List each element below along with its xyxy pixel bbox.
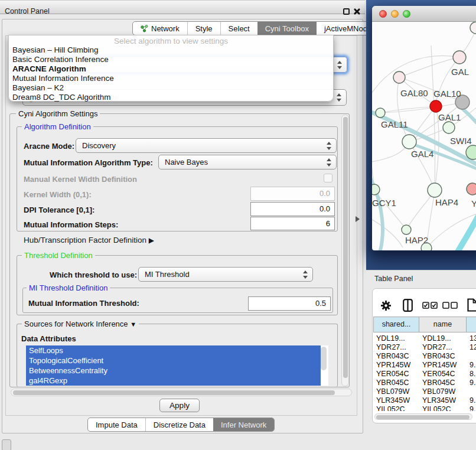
cyni-tab-discretize-data[interactable]: Discretize Data: [145, 418, 213, 431]
cyni-tab-infer-network[interactable]: Infer Network: [213, 418, 274, 431]
network-node-gal4[interactable]: [402, 135, 416, 149]
mi-steps-field[interactable]: 6: [250, 217, 335, 230]
column-header-name[interactable]: name: [419, 317, 467, 332]
table-row[interactable]: YBL079WYBL079W: [373, 387, 476, 396]
node-label-gal: GAL: [451, 67, 469, 77]
new-page-icon[interactable]: [467, 298, 476, 312]
network-node-gal80[interactable]: [393, 71, 405, 83]
split-columns-icon[interactable]: [403, 299, 413, 312]
close-icon[interactable]: [353, 8, 360, 15]
network-node-swi4[interactable]: [466, 145, 476, 159]
network-node-hap2[interactable]: [402, 225, 411, 234]
network-node-gal1[interactable]: [443, 122, 455, 133]
attribute-item-gal4rgexp[interactable]: gal4RGexp: [26, 376, 321, 386]
cyni-tab-impute-data[interactable]: Impute Data: [88, 418, 145, 431]
mi-threshold-group-title: MI Threshold Definition: [27, 283, 110, 292]
attribute-item-topologicalcoefficient[interactable]: TopologicalCoefficient: [26, 356, 321, 366]
network-edge: [372, 145, 407, 162]
table-cell: YBL079W: [419, 387, 467, 396]
mac-close-button[interactable]: [379, 10, 387, 18]
threshold-definition-title: Threshold Definition: [22, 251, 95, 260]
tab-label: Select: [229, 24, 250, 33]
dpi-tolerance-field[interactable]: 0.0: [250, 202, 335, 216]
settings-group-title: Cyni Algorithm Settings: [16, 109, 100, 118]
deselect-all-icon[interactable]: [442, 302, 458, 309]
dock-mini-icon[interactable]: [2, 439, 11, 450]
table-row[interactable]: YBR045CYBR045C9.: [373, 379, 476, 387]
table-row[interactable]: YIL052CYIL052C9.: [373, 405, 476, 411]
network-node-red-node[interactable]: [430, 100, 442, 112]
mi-threshold-label: Mutual Information Threshold:: [28, 299, 139, 308]
attribute-item-betweennesscentrality[interactable]: BetweennessCentrality: [26, 366, 321, 376]
algorithm-option-dream8-dc-tdc-algorithm[interactable]: Dream8 DC_TDC Algorithm: [9, 93, 333, 102]
algorithm-option-bayesian-hill-climbing[interactable]: Bayesian – Hill Climbing: [9, 45, 333, 55]
scrollbar-thumb[interactable]: [343, 117, 348, 378]
network-node[interactable]: [470, 22, 476, 34]
algorithm-option-basic-correlation-inference[interactable]: Basic Correlation Inference: [9, 55, 333, 64]
expand-right-triangle-icon[interactable]: ▶: [149, 236, 154, 244]
network-edge: [372, 217, 403, 247]
network-edge: [462, 108, 476, 138]
algorithm-option-aracne-algorithm[interactable]: ARACNE Algorithm: [9, 64, 333, 74]
table-cell: YIL052C: [373, 405, 419, 411]
network-graph[interactable]: GALGAL80GAL10GAL1GAL11SWI4GAL4GCY1HAP4YH…: [372, 22, 476, 250]
table-cell: YBR045C: [373, 379, 419, 387]
float-window-icon[interactable]: [343, 8, 350, 15]
control-tab-network[interactable]: Network: [133, 22, 187, 35]
algorithm-definition-title: Algorithm Definition: [22, 122, 93, 131]
mac-zoom-button[interactable]: [403, 10, 410, 18]
gear-icon[interactable]: [380, 300, 392, 311]
stepper-arrows-icon: [303, 270, 308, 279]
table-cell: 9.: [467, 396, 476, 405]
dpi-tolerance-label: DPI Tolerance [0,1]:: [24, 206, 94, 214]
control-tab-select[interactable]: Select: [220, 22, 257, 35]
manual-kernel-checkbox[interactable]: [324, 174, 332, 182]
mac-minimize-button[interactable]: [391, 10, 399, 18]
tab-label: Discretize Data: [154, 420, 206, 429]
table-row[interactable]: YER054CYER054C8.: [373, 370, 476, 379]
control-tab-cyni-toolbox[interactable]: Cyni Toolbox: [257, 22, 317, 35]
apply-button[interactable]: Apply: [159, 399, 200, 412]
collapse-down-triangle-icon[interactable]: ▼: [130, 321, 136, 328]
table-horizontal-scrollbar[interactable]: [374, 413, 472, 420]
algorithm-option-mutual-information-inference[interactable]: Mutual Information Inference: [9, 74, 333, 83]
network-node-gal-pink[interactable]: [453, 51, 466, 64]
scrollbar-thumb[interactable]: [13, 390, 335, 395]
network-window-titlebar[interactable]: [372, 6, 476, 22]
attributes-scrollbar-thumb[interactable]: [321, 347, 327, 370]
table-row[interactable]: YBR043CYBR043C: [373, 352, 476, 361]
node-label-hap4: HAP4: [435, 197, 458, 207]
table-row[interactable]: YLR345WYLR345W9.: [373, 396, 476, 405]
table-row[interactable]: YDL19...YDL19...13: [373, 334, 476, 343]
table-cell: YPR145W: [373, 361, 419, 370]
network-node-hap4[interactable]: [428, 183, 442, 197]
select-all-icon[interactable]: [422, 302, 438, 309]
table-cell: YBL079W: [373, 387, 419, 396]
which-threshold-combo[interactable]: MI Threshold: [138, 267, 313, 282]
table-row[interactable]: YPR145WYPR145W9.: [373, 361, 476, 370]
network-node-salmon-node[interactable]: [467, 183, 476, 195]
mi-threshold-field[interactable]: 0.5: [248, 296, 331, 311]
kernel-width-field[interactable]: 0.0: [250, 187, 335, 201]
aracne-mode-combo[interactable]: Discovery: [76, 138, 337, 153]
mi-type-combo[interactable]: Naive Bayes: [158, 155, 337, 169]
mi-steps-label: Mutual Information Steps:: [24, 220, 118, 229]
panel-splitter-arrow-icon[interactable]: [356, 216, 360, 222]
column-header-shared[interactable]: shared...: [373, 317, 419, 332]
attribute-item-selfloops[interactable]: SelfLoops: [26, 345, 321, 356]
network-window[interactable]: GALGAL80GAL10GAL1GAL11SWI4GAL4GCY1HAP4YH…: [372, 6, 476, 250]
column-header-2[interactable]: [467, 317, 476, 332]
settings-horizontal-scrollbar[interactable]: [11, 389, 352, 396]
table-row[interactable]: YDR27...YDR27...12: [373, 343, 476, 352]
scrollbar-thumb[interactable]: [376, 415, 470, 419]
network-node-gal11[interactable]: [376, 108, 385, 118]
algorithm-option-bayesian-k2[interactable]: Bayesian – K2: [9, 83, 333, 93]
network-canvas[interactable]: GALGAL80GAL10GAL1GAL11SWI4GAL4GCY1HAP4YH…: [372, 22, 476, 250]
hub-definition-label[interactable]: Hub/Transcription Factor Definition ▶: [24, 236, 154, 244]
app-root: { "control_panel": { "title": "Control P…: [0, 0, 476, 450]
network-node-gcy1[interactable]: [372, 184, 380, 195]
control-tab-style[interactable]: Style: [187, 22, 220, 35]
aracne-mode-label: Aracne Mode:: [24, 142, 74, 151]
node-label-gal80: GAL80: [400, 88, 428, 98]
settings-vertical-scrollbar[interactable]: [341, 115, 349, 386]
